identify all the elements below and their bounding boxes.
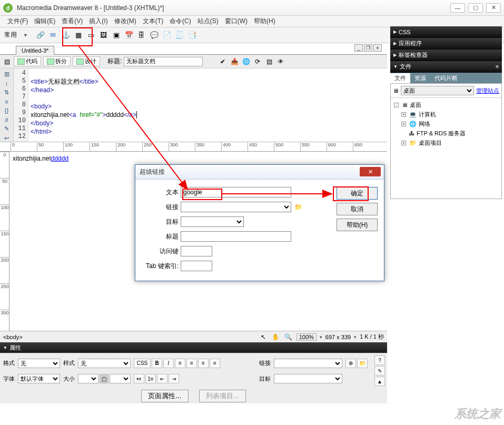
file-mgmt-icon[interactable]: 📥 xyxy=(230,57,239,66)
menu-insert[interactable]: 插入(I) xyxy=(87,16,110,27)
application-panel-header[interactable]: 应用程序 xyxy=(390,38,502,50)
select-parent-icon[interactable]: ≡ xyxy=(2,98,12,105)
panel-menu-icon[interactable]: ≡ xyxy=(496,64,499,70)
menu-view[interactable]: 查看(V) xyxy=(60,16,85,27)
tree-desktop-items[interactable]: 桌面项目 xyxy=(419,138,442,147)
highlight-icon[interactable]: ✎ xyxy=(2,125,12,132)
ol-button[interactable]: 1≡ xyxy=(145,374,156,383)
script-icon[interactable]: 🧾 xyxy=(174,30,185,41)
code-view-button[interactable]: 代码 xyxy=(14,56,41,66)
tree-expand-icon[interactable]: + xyxy=(401,122,406,126)
prop-style-select[interactable]: 无 xyxy=(78,359,131,368)
menu-modify[interactable]: 修改(M) xyxy=(112,16,139,27)
wrap-icon[interactable]: ↩ xyxy=(2,135,12,142)
zoom-tool-icon[interactable]: 🔍 xyxy=(284,332,293,342)
doc-minimize-button[interactable]: _ xyxy=(354,44,363,52)
templates-icon[interactable]: 📑 xyxy=(187,30,197,41)
dlg-link-select[interactable] xyxy=(181,202,291,212)
date-icon[interactable]: 📅 xyxy=(124,30,134,41)
outdent-button[interactable]: ⇤ xyxy=(157,374,167,383)
doc-title-input[interactable] xyxy=(124,57,203,66)
open-docs-icon[interactable]: ▥ xyxy=(2,71,12,77)
align-right-button[interactable]: ≡ xyxy=(198,359,209,368)
dlg-target-select[interactable] xyxy=(181,216,244,227)
head-icon[interactable]: 📄 xyxy=(162,30,172,41)
insert-category[interactable]: 常用 xyxy=(4,31,17,39)
menu-commands[interactable]: 命令(C) xyxy=(167,16,193,27)
validate-icon[interactable]: ✔ xyxy=(218,57,228,66)
dlg-accesskey-input[interactable] xyxy=(181,246,212,256)
dlg-title-input[interactable] xyxy=(181,231,291,242)
menu-help[interactable]: 帮助(H) xyxy=(252,16,278,27)
prop-link-select[interactable] xyxy=(274,359,342,368)
div-icon[interactable]: ▭ xyxy=(86,30,96,41)
prop-size-select[interactable] xyxy=(78,374,98,383)
doc-options-icon[interactable]: ▤ xyxy=(2,57,12,66)
minimize-button[interactable]: — xyxy=(450,3,465,13)
files-panel-header[interactable]: 文件≡ xyxy=(390,61,502,73)
doc-restore-button[interactable]: ❐ xyxy=(364,44,372,52)
close-button[interactable]: ✕ xyxy=(486,3,501,13)
tag-selector[interactable]: <body> xyxy=(3,334,23,340)
menu-edit[interactable]: 编辑(E) xyxy=(32,16,57,27)
dialog-title-bar[interactable]: 超级链接 ✕ xyxy=(135,165,384,180)
select-tool-icon[interactable]: ↖ xyxy=(259,332,268,342)
design-view-button[interactable]: 设计 xyxy=(73,56,100,66)
tag-inspector-panel-header[interactable]: 标签检查器 xyxy=(390,50,502,61)
align-justify-button[interactable]: ≡ xyxy=(210,359,220,368)
point-to-file-icon[interactable]: ⊕ xyxy=(345,359,356,368)
menu-site[interactable]: 站点(S) xyxy=(195,16,221,27)
css-button[interactable]: CSS xyxy=(134,359,151,368)
hyperlink-icon[interactable]: 🔗 xyxy=(35,30,46,41)
collapse-icon[interactable]: ↕ xyxy=(2,80,12,86)
tree-computer[interactable]: 计算机 xyxy=(419,110,436,119)
code-editor[interactable]: <title>无标题文档</title> </head> <body> xito… xyxy=(28,68,387,142)
tab-snippets[interactable]: 代码片断 xyxy=(430,73,462,83)
line-numbers-icon[interactable]: # xyxy=(2,116,12,123)
tab-assets[interactable]: 资源 xyxy=(410,73,430,83)
menu-file[interactable]: 文件(F) xyxy=(5,16,30,27)
color-swatch-icon[interactable]: ▢ xyxy=(100,374,108,383)
menu-window[interactable]: 窗口(W) xyxy=(223,16,250,27)
dlg-text-input[interactable] xyxy=(181,187,291,197)
tree-root[interactable]: 桌面 xyxy=(410,100,421,110)
tree-expand-icon[interactable]: + xyxy=(401,112,406,117)
list-item-button[interactable]: 列表项目... xyxy=(199,390,246,402)
zoom-caret-icon[interactable]: ▾ xyxy=(320,334,322,340)
dlg-tabindex-input[interactable] xyxy=(181,261,212,271)
dims-caret-icon[interactable]: ▾ xyxy=(354,334,357,340)
tree-network[interactable]: 网络 xyxy=(419,119,430,129)
page-properties-button[interactable]: 页面属性... xyxy=(141,390,188,402)
document-tab[interactable]: Untitled-3* xyxy=(16,46,54,55)
file-tree[interactable]: -🖥桌面 +💻计算机 +🌐网络 🖧FTP & RDS 服务器 +📁桌面项目 xyxy=(391,98,501,150)
tree-ftp[interactable]: FTP & RDS 服务器 xyxy=(417,129,466,138)
split-view-button[interactable]: 拆分 xyxy=(43,56,71,66)
dropdown-caret-icon[interactable]: ▼ xyxy=(23,33,28,38)
dlg-cancel-button[interactable]: 取消 xyxy=(337,203,378,215)
prop-size-unit-select[interactable] xyxy=(110,374,131,383)
prop-format-select[interactable]: 无 xyxy=(18,359,60,368)
tree-expand-icon[interactable]: + xyxy=(401,141,406,145)
align-left-button[interactable]: ≡ xyxy=(175,359,185,368)
bold-button[interactable]: B xyxy=(152,359,162,368)
properties-panel-header[interactable]: 属性 xyxy=(0,342,387,353)
image-icon[interactable]: 🖼 xyxy=(98,30,109,41)
css-panel-header[interactable]: CSS xyxy=(390,26,502,38)
manage-sites-link[interactable]: 管理站点 xyxy=(476,87,499,95)
balance-braces-icon[interactable]: {} xyxy=(2,107,12,114)
email-link-icon[interactable]: ✉ xyxy=(48,30,58,41)
dlg-ok-button[interactable]: 确定 xyxy=(337,187,378,200)
table-icon[interactable]: ▦ xyxy=(73,30,84,41)
preview-icon[interactable]: 🌐 xyxy=(241,57,251,66)
visual-aids-icon[interactable]: 👁 xyxy=(276,57,285,66)
align-center-button[interactable]: ≡ xyxy=(186,359,197,368)
refresh-icon[interactable]: ⟳ xyxy=(253,57,262,66)
quick-tag-icon[interactable]: ✎ xyxy=(374,366,385,375)
browse-folder-icon[interactable]: 📁 xyxy=(293,202,303,212)
tab-files[interactable]: 文件 xyxy=(390,73,410,83)
expand-panel-icon[interactable]: ▲ xyxy=(374,377,385,386)
browse-folder-icon[interactable]: 📁 xyxy=(357,359,368,368)
view-options-icon[interactable]: ▤ xyxy=(264,57,274,66)
prop-target-select[interactable] xyxy=(274,374,342,383)
comment-icon[interactable]: 💬 xyxy=(149,30,160,41)
